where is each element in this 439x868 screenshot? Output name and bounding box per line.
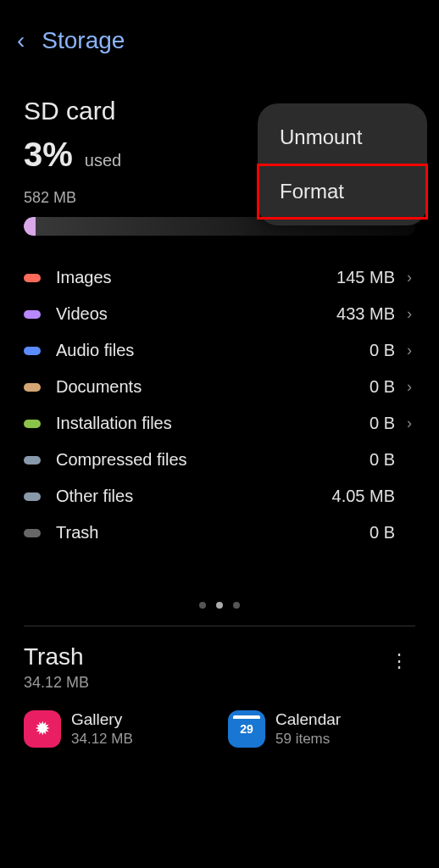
usage-percent: 3% <box>24 136 73 174</box>
category-row[interactable]: Installation files 0 B › <box>24 405 415 442</box>
category-name: Audio files <box>56 341 370 360</box>
context-menu: UnmountFormat <box>258 103 427 225</box>
trash-app-item[interactable]: ✹ Gallery 34.12 MB <box>24 710 211 748</box>
trash-apps: ✹ Gallery 34.12 MB 29 Calendar 59 items <box>24 710 415 748</box>
category-color-icon <box>24 383 41 392</box>
category-color-icon <box>24 310 41 319</box>
category-color-icon <box>24 529 41 537</box>
trash-size: 34.12 MB <box>24 674 89 692</box>
category-row: Trash 0 B › <box>24 515 415 551</box>
category-size: 433 MB <box>336 304 395 324</box>
category-color-icon <box>24 492 41 501</box>
category-name: Videos <box>56 304 336 324</box>
menu-item-unmount[interactable]: Unmount <box>258 110 427 164</box>
page-dot[interactable] <box>199 602 206 609</box>
category-size: 0 B <box>370 523 395 542</box>
category-color-icon <box>24 274 41 282</box>
chevron-right-icon: › <box>403 305 415 323</box>
category-name: Documents <box>56 377 370 397</box>
menu-item-format[interactable]: Format <box>258 164 427 219</box>
category-name: Images <box>56 268 336 287</box>
more-icon[interactable]: ⋮ <box>383 643 415 679</box>
trash-section: Trash 34.12 MB ⋮ ✹ Gallery 34.12 MB 29 C… <box>0 626 439 748</box>
category-row[interactable]: Audio files 0 B › <box>24 332 415 369</box>
page-dot[interactable] <box>233 602 240 609</box>
category-color-icon <box>24 420 41 428</box>
category-size: 0 B <box>370 341 395 360</box>
category-row: Other files 4.05 MB › <box>24 478 415 515</box>
category-size: 4.05 MB <box>332 487 395 506</box>
pagination-dots <box>24 602 415 609</box>
storage-progress-fill <box>24 217 36 236</box>
calendar-icon: 29 <box>228 710 265 748</box>
app-name: Calendar <box>275 710 341 729</box>
category-size: 145 MB <box>336 268 395 287</box>
chevron-right-icon: › <box>403 415 415 432</box>
category-name: Installation files <box>56 414 370 433</box>
chevron-right-icon: › <box>403 269 415 287</box>
trash-header: Trash 34.12 MB ⋮ <box>24 643 415 692</box>
app-meta: 34.12 MB <box>71 731 133 748</box>
category-name: Other files <box>56 487 332 506</box>
category-color-icon <box>24 456 41 465</box>
category-size: 0 B <box>370 377 395 397</box>
trash-title: Trash <box>24 643 89 670</box>
category-row[interactable]: Documents 0 B › <box>24 369 415 405</box>
category-color-icon <box>24 347 41 355</box>
category-name: Compressed files <box>56 450 370 470</box>
app-meta: 59 items <box>275 731 341 748</box>
app-name: Gallery <box>71 710 133 729</box>
category-name: Trash <box>56 523 370 542</box>
back-icon[interactable]: ‹ <box>17 27 25 54</box>
gallery-icon: ✹ <box>24 710 61 748</box>
category-size: 0 B <box>370 450 395 470</box>
category-row: Compressed files 0 B › <box>24 442 415 478</box>
page-dot-active[interactable] <box>216 602 223 609</box>
chevron-right-icon: › <box>403 378 415 396</box>
category-row[interactable]: Images 145 MB › <box>24 259 415 296</box>
category-size: 0 B <box>370 414 395 433</box>
header: ‹ Storage <box>0 0 439 71</box>
category-row[interactable]: Videos 433 MB › <box>24 296 415 332</box>
trash-app-item[interactable]: 29 Calendar 59 items <box>228 710 415 748</box>
usage-label: used <box>85 151 121 170</box>
category-list: Images 145 MB › Videos 433 MB › Audio fi… <box>24 259 415 551</box>
page-title: Storage <box>42 27 125 54</box>
chevron-right-icon: › <box>403 342 415 359</box>
